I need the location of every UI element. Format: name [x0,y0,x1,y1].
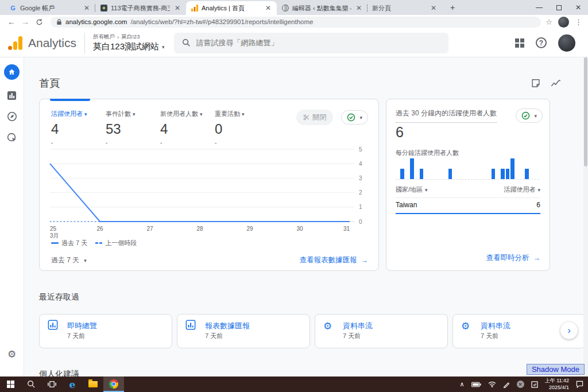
scrollbar-track[interactable] [583,57,588,377]
sidebar-item-advertising[interactable] [6,132,18,143]
edge-icon: e [69,379,76,390]
metric-label: 活躍使用者 [51,110,83,118]
date-range-selector[interactable]: 過去 7 天 ▾ [51,255,87,265]
realtime-country-row[interactable]: Taiwan 6 [396,198,540,214]
task-view-button[interactable] [41,377,62,392]
action-center-icon[interactable] [576,381,583,388]
view-reports-snapshot-link[interactable]: 查看報表數據匯報 → [300,255,369,265]
recent-card-reports-snapshot[interactable]: 報表數據匯報 7 天前 [177,314,310,348]
recent-card-data-streams-1[interactable]: ⚙ 資料串流 7 天前 [315,314,448,348]
metric-delta: - [51,139,106,146]
sidebar-item-home[interactable] [4,64,20,80]
date-range-label: 過去 7 天 [51,255,79,265]
close-tab-icon[interactable]: ✕ [173,4,181,12]
account-property-selector[interactable]: 所有帳戶 › 莫白!23 莫白123測試網站 ▾ [93,33,165,52]
carousel-next-button[interactable]: › [560,322,578,339]
view-realtime-link[interactable]: 查看即時分析 → [486,253,541,263]
insights-icon[interactable] [550,78,562,88]
data-quality-badge[interactable]: ▾ [516,108,543,123]
file-explorer-button[interactable] [83,377,103,392]
muted-status-icon[interactable]: ✕ [517,381,524,388]
close-tab-icon[interactable]: ✕ [430,4,438,12]
taskbar-clock[interactable]: 上午 11:42 2025/4/1 [545,378,569,391]
bar-chart-icon [7,91,17,100]
sidebar-item-explore[interactable] [6,111,18,122]
browser-tab-analytics[interactable]: Analytics | 首頁 ✕ [186,1,277,15]
analytics-logo-icon[interactable] [8,36,22,50]
input-indicator-icon[interactable] [531,381,538,388]
browser-profile-avatar[interactable] [558,17,569,28]
tab-title: Google 帳戶 [20,4,79,13]
chrome-button[interactable] [103,377,124,392]
metric-label: 重要活動 [215,110,240,118]
close-comparison-label: 關閉 [312,112,326,122]
chevron-down-icon: ▾ [359,115,362,121]
analytics-favicon-icon [191,5,198,12]
chrome-icon [109,379,118,389]
battery-icon[interactable] [471,382,481,387]
recent-card-time: 7 天前 [343,332,439,340]
realtime-metric-selector[interactable]: 活躍使用者 ▾ [504,185,540,194]
address-bar[interactable]: analytics.google.com/analytics/web/?hl=z… [51,17,541,28]
svg-text:29: 29 [246,226,253,232]
tab-title: Analytics | 首頁 [202,4,261,13]
recent-card-label: 報表數據匯報 [205,321,301,331]
maximize-button[interactable] [549,0,568,15]
close-tab-icon[interactable]: ✕ [83,4,91,12]
edge-button[interactable]: e [62,377,83,392]
account-avatar[interactable] [558,34,575,52]
chevron-right-icon: › [117,34,119,40]
metric-tab-event-count[interactable]: 事件計數▾ 53 - [106,110,160,146]
svg-text:27: 27 [146,226,153,232]
dimension-selector[interactable]: 國家/地區 ▾ [396,185,428,194]
chevron-down-icon: ▾ [133,111,136,117]
browser-tab-2[interactable]: 113電子商務實務-商三選修 ✕ [95,1,186,15]
tray-expand-icon[interactable]: ∧ [460,381,465,388]
reload-icon[interactable] [32,16,46,28]
realtime-bars [396,158,539,180]
recent-card-realtime-overview[interactable]: 即時總覽 7 天前 [39,314,172,348]
browser-tab-1[interactable]: G Google 帳戶 ✕ [5,1,95,15]
data-quality-badge[interactable]: ▾ [341,110,368,125]
forward-icon[interactable]: → [18,16,32,28]
scrollbar-thumb[interactable] [584,57,587,166]
close-tab-icon[interactable]: ✕ [264,4,272,12]
search-input[interactable] [196,38,440,47]
taskbar-search-button[interactable] [21,377,41,392]
recent-card-time: 7 天前 [205,332,301,340]
minimize-button[interactable]: — [529,0,549,15]
metric-tab-new-users[interactable]: 新使用者人數▾ 4 - [160,110,215,146]
back-icon[interactable]: ← [5,16,18,28]
recent-section-title: 最近存取過 [39,292,588,302]
svg-text:30: 30 [296,226,303,232]
feedback-note-icon[interactable] [531,78,541,88]
metric-tab-active-users[interactable]: 活躍使用者▾ 4 - [51,110,106,146]
metric-tab-key-events[interactable]: 重要活動▾ 0 - [215,110,269,146]
start-button[interactable] [0,377,21,392]
wifi-icon[interactable] [488,381,496,387]
close-window-button[interactable]: ✕ [568,0,588,15]
new-tab-button[interactable]: + [446,1,459,14]
bookmark-star-icon[interactable]: ☆ [546,18,552,26]
realtime-metric-label: 活躍使用者 [504,185,535,194]
close-tab-icon[interactable]: ✕ [355,4,363,12]
google-apps-icon[interactable] [515,38,524,48]
search-box[interactable] [174,33,448,53]
browser-tab-newtab[interactable]: 新分頁 ✕ [368,1,442,15]
browser-tab-4[interactable]: 編輯器 ‹ 點數集集樂 — WordP ✕ [277,1,368,15]
browser-menu-icon[interactable]: ⋮ [575,18,582,26]
classroom-favicon-icon [100,5,107,12]
sidebar-item-reports[interactable] [6,90,18,101]
metric-value: 53 [106,121,160,137]
home-icon [7,68,16,76]
admin-gear-icon[interactable]: ⚙ [7,348,16,360]
folder-icon [88,381,98,387]
close-comparison-button[interactable]: 關閉 [296,110,333,125]
url-path: /analytics/web/?hl=zh-tw#/p483299901/rep… [130,18,313,25]
pen-icon[interactable] [503,381,510,388]
realtime-minute-bar [420,169,424,179]
metric-delta: - [106,139,160,146]
legend-current-label: 過去 7 天 [61,239,87,247]
property-name: 莫白123測試網站 [93,41,159,52]
help-icon[interactable]: ? [536,37,547,48]
